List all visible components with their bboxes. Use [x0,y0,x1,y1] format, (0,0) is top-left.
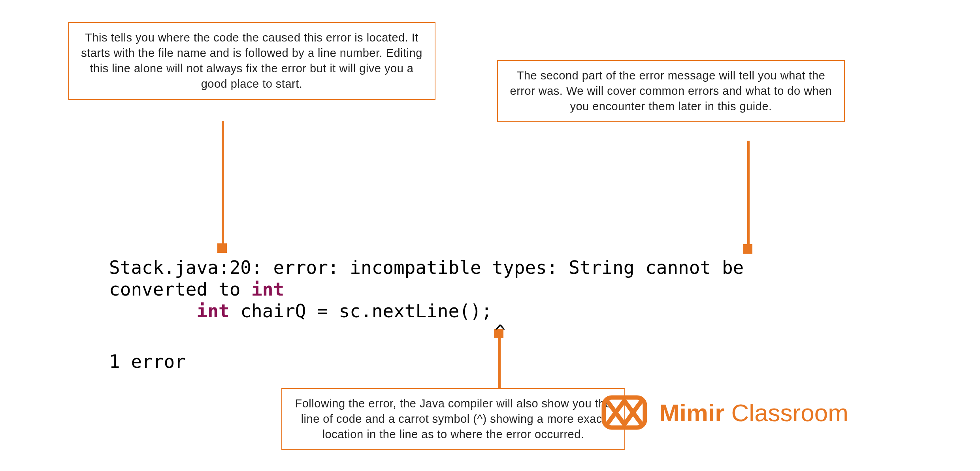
code-line-3-rest: chairQ = sc.nextLine(); [230,300,492,322]
error-count: 1 error [109,351,186,372]
mimir-logo-icon [601,394,648,431]
brand-name: Mimir Classroom [659,399,848,427]
caret-indicator: ^ [495,321,506,342]
code-line-2a: converted to [109,279,251,300]
code-keyword-int: int [197,300,230,322]
callout-file-location: This tells you where the code the caused… [68,22,435,100]
code-keyword-int: int [251,279,284,300]
callout-text: This tells you where the code the caused… [81,31,422,90]
code-line-1: Stack.java:20: error: incompatible types… [109,257,744,278]
connector-line [498,337,501,388]
callout-error-description: The second part of the error message wil… [497,60,845,122]
connector-endpoint [743,244,752,254]
brand-logo: Mimir Classroom [601,394,848,431]
callout-text: The second part of the error message wil… [510,69,832,113]
code-line-3-pad [109,300,197,322]
connector-line [747,141,750,245]
connector-endpoint [217,243,227,253]
connector-line [222,121,224,244]
callout-text: Following the error, the Java compiler w… [295,397,612,441]
compiler-error-output: Stack.java:20: error: incompatible types… [109,257,744,322]
callout-caret-location: Following the error, the Java compiler w… [281,388,625,450]
